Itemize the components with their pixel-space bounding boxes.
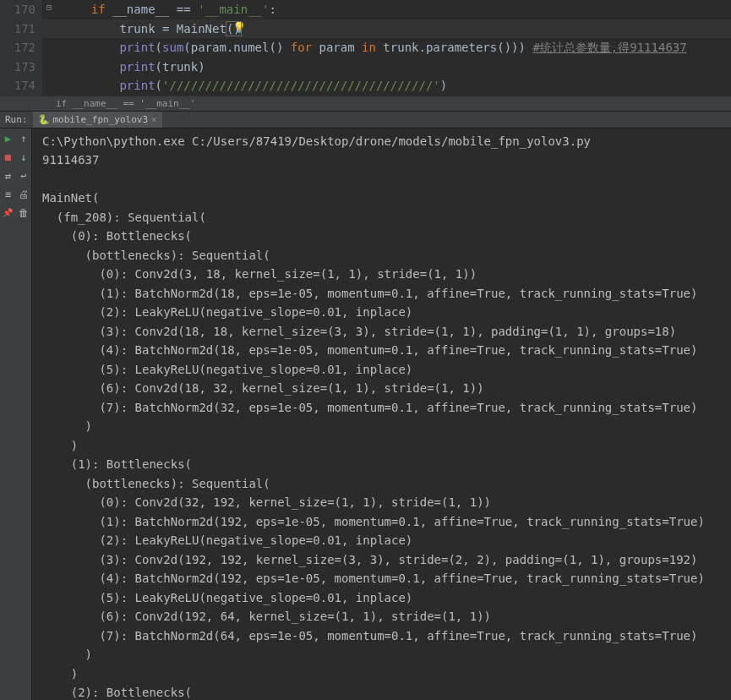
code-content[interactable]: print(sum(param.numel() for param in tru…: [42, 38, 687, 57]
run-toolbar: ▶ ■ ⇄ ≡ 📌 ↑ ↓ ↩ 🖨 🗑: [0, 129, 32, 701]
line-number[interactable]: 173: [0, 57, 42, 77]
stop-icon[interactable]: ■: [1, 150, 14, 164]
code-line-172[interactable]: 172 print(sum(param.numel() for param in…: [0, 38, 731, 57]
line-number[interactable]: 171: [0, 19, 42, 39]
code-line-173[interactable]: 173 print(trunk): [0, 57, 731, 77]
fold-icon[interactable]: ⊟: [45, 3, 53, 12]
rerun-icon[interactable]: ▶: [1, 132, 14, 145]
up-icon[interactable]: ↑: [17, 132, 30, 145]
settings-icon[interactable]: ≡: [1, 188, 14, 201]
down-icon[interactable]: ↓: [17, 150, 30, 164]
line-number[interactable]: 174: [0, 76, 42, 96]
code-line-170[interactable]: 170 if __name__ == '__main__':: [0, 0, 731, 19]
python-icon: 🐍: [38, 114, 50, 125]
code-content[interactable]: trunk = MainNet(): [42, 19, 241, 39]
clear-icon[interactable]: 🗑: [17, 206, 30, 220]
print-icon[interactable]: 🖨: [17, 188, 30, 201]
close-icon[interactable]: ×: [151, 114, 157, 125]
breadcrumb: if __name__ == '__main__': [0, 96, 731, 112]
wrap-icon[interactable]: ↩: [17, 169, 30, 183]
code-line-174[interactable]: 174 print('/////////////////////////////…: [0, 76, 731, 96]
line-number[interactable]: 170: [0, 0, 42, 19]
pin-icon[interactable]: 📌: [1, 206, 14, 220]
code-line-171[interactable]: 171 trunk = MainNet(): [0, 19, 731, 39]
run-tab-label: mobile_fpn_yolov3: [53, 114, 149, 125]
console-panel: ▶ ■ ⇄ ≡ 📌 ↑ ↓ ↩ 🖨 🗑 C:\Python\python.exe…: [0, 129, 731, 701]
line-number[interactable]: 172: [0, 38, 42, 57]
code-content[interactable]: print(trunk): [42, 57, 205, 77]
layout-icon[interactable]: ⇄: [1, 169, 14, 183]
run-label: Run:: [0, 114, 33, 125]
code-content[interactable]: print('/////////////////////////////////…: [42, 76, 447, 96]
run-panel-header: Run: 🐍 mobile_fpn_yolov3 ×: [0, 112, 731, 129]
code-editor[interactable]: ▶⊟170 if __name__ == '__main__':💡171 tru…: [0, 0, 731, 96]
code-content[interactable]: if __name__ == '__main__':: [42, 0, 276, 19]
run-tab[interactable]: 🐍 mobile_fpn_yolov3 ×: [33, 112, 162, 128]
console-output[interactable]: C:\Python\python.exe C:/Users/87419/Desk…: [32, 129, 731, 701]
